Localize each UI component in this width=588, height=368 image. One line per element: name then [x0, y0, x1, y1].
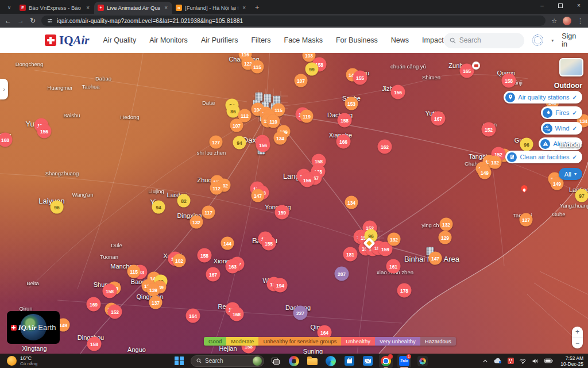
aqi-station-marker[interactable]: 164	[186, 309, 200, 323]
aqi-station-marker[interactable]: 132	[190, 216, 203, 229]
fire-marker[interactable]	[521, 185, 528, 194]
aqi-station-marker[interactable]: 129	[439, 231, 452, 244]
pinned-tray-app-icon[interactable]	[508, 358, 514, 364]
aqi-station-marker[interactable]: 107	[230, 119, 243, 132]
outlook-icon[interactable]	[361, 354, 374, 368]
aqi-station-marker[interactable]: 147	[252, 189, 265, 202]
chevron-down-icon[interactable]: ▾	[551, 38, 554, 43]
aqi-station-marker[interactable]: 153	[345, 97, 358, 110]
aqi-station-marker[interactable]: 152	[482, 122, 496, 137]
aqi-station-marker[interactable]: 144	[221, 237, 234, 250]
aqi-station-marker[interactable]: 107	[295, 74, 308, 87]
aqi-station-marker[interactable]: 127	[520, 213, 533, 227]
aqi-station-marker[interactable]: 132	[388, 233, 401, 246]
bookmark-star-icon[interactable]: ☆	[551, 17, 557, 25]
photos-icon[interactable]	[416, 354, 430, 368]
aqi-station-marker[interactable]: 166	[336, 135, 351, 149]
close-tab-icon[interactable]: ×	[85, 5, 91, 11]
aqi-station-marker[interactable]: 178	[397, 283, 412, 298]
close-tab-icon[interactable]: ×	[163, 5, 169, 11]
aqi-station-marker[interactable]: 207	[335, 267, 349, 281]
aqi-station-marker[interactable]: 159	[275, 205, 289, 220]
aqi-station-marker[interactable]: 127	[210, 136, 223, 149]
close-window-button[interactable]: ×	[570, 0, 588, 13]
nav-item[interactable]: For Business	[336, 36, 378, 44]
tab-iqair-map[interactable]: + Live Animated Air Quality Map ×	[94, 2, 172, 14]
all-filter-dropdown[interactable]: All ▾	[559, 168, 582, 180]
aqi-station-marker[interactable]: 96	[51, 201, 64, 214]
map-style-thumbnail[interactable]	[559, 58, 583, 76]
aqi-station-marker[interactable]: 161	[386, 259, 401, 274]
aqi-station-marker[interactable]: 155	[262, 236, 276, 251]
profile-avatar[interactable]	[563, 17, 571, 25]
tab-funland[interactable]: o [Funland] - Hà Nội lại tìm lịm r ×	[172, 2, 250, 14]
aqi-station-marker[interactable]: 94	[152, 201, 165, 214]
nav-item[interactable]: Air Monitors	[149, 36, 188, 44]
nav-item[interactable]: News	[391, 36, 409, 44]
aqi-station-marker[interactable]: 156	[37, 124, 52, 139]
new-tab-button[interactable]: +	[255, 3, 260, 12]
aqi-station-marker[interactable]: 147	[429, 252, 442, 265]
aqi-station-marker[interactable]: 152	[108, 305, 122, 319]
layer-toggle-building[interactable]: Clean air facilities✓	[505, 151, 582, 163]
office-hub-icon[interactable]	[287, 354, 301, 368]
aqi-station-marker[interactable]: 132	[489, 156, 502, 169]
file-explorer-icon[interactable]	[305, 354, 319, 368]
taskbar-search[interactable]: Search	[191, 355, 264, 367]
zoom-out-button[interactable]: −	[572, 338, 583, 349]
aqi-station-marker[interactable]: 158	[87, 337, 102, 351]
sign-in-button[interactable]: Sign in	[562, 32, 582, 48]
tab-vnexpress[interactable]: E Báo VnExpress - Báo tiếng Việt ×	[16, 2, 94, 14]
aqi-station-marker[interactable]: 156	[300, 173, 315, 187]
aqi-station-marker[interactable]: 134	[345, 196, 358, 209]
nav-item[interactable]: Face Masks	[284, 36, 323, 44]
site-settings-icon[interactable]	[47, 18, 53, 24]
webcam-marker[interactable]	[472, 62, 480, 70]
aqi-station-marker[interactable]: 227	[293, 306, 308, 320]
reload-button[interactable]: ↻	[30, 17, 36, 25]
aqi-station-marker[interactable]: 117	[202, 206, 215, 219]
air-quality-map[interactable]: DongchengChangpingDabaoHuangmeiTaohuaDat…	[0, 53, 588, 354]
volume-icon[interactable]	[532, 358, 539, 364]
layer-toggle-station[interactable]: Air quality stations✓	[504, 91, 582, 103]
aqi-station-marker[interactable]: 112	[210, 182, 223, 195]
wifi-icon[interactable]	[519, 358, 527, 364]
aqi-station-marker[interactable]: 139	[147, 283, 160, 297]
forward-button[interactable]: →	[17, 17, 24, 25]
aqi-station-marker[interactable]: 94	[233, 136, 246, 150]
aqi-station-marker[interactable]: 119	[300, 110, 314, 123]
minimize-button[interactable]: –	[533, 0, 551, 13]
iqair-logo[interactable]: IQAir	[45, 33, 90, 48]
battery-icon[interactable]	[544, 358, 553, 363]
zoom-in-button[interactable]: +	[572, 327, 583, 338]
browser-menu-icon[interactable]: ⋮	[577, 17, 583, 25]
aqi-station-marker[interactable]: 155	[353, 71, 368, 85]
aqi-station-marker[interactable]: 158	[338, 113, 352, 128]
maximize-button[interactable]	[551, 0, 570, 13]
aqi-station-marker[interactable]: 194	[273, 278, 288, 293]
task-view-button[interactable]	[269, 354, 283, 368]
aqi-station-marker[interactable]: 110	[267, 115, 280, 128]
tab-search-icon[interactable]: ∨	[5, 3, 14, 12]
aqi-station-marker[interactable]: 115	[127, 265, 141, 278]
aqi-station-marker[interactable]: 102	[173, 254, 186, 267]
taskbar-clock[interactable]: 7:52 AM 10-Dec-25	[558, 355, 583, 367]
microsoft-store-icon[interactable]	[342, 354, 356, 368]
aqi-station-marker[interactable]: 137	[149, 296, 163, 309]
layer-toggle-wind[interactable]: Wind✓	[541, 122, 582, 135]
aqi-station-marker[interactable]: 134	[274, 132, 287, 145]
aqi-station-marker[interactable]: 167	[206, 267, 220, 282]
aqi-station-marker[interactable]: 163	[226, 259, 240, 274]
iqair-earth-widget[interactable]: IQAir Earth	[7, 311, 60, 344]
aqi-station-marker[interactable]: 162	[378, 140, 392, 154]
aqi-station-marker[interactable]: 149	[478, 166, 492, 179]
site-search[interactable]: Search	[444, 33, 525, 48]
edge-icon[interactable]	[324, 354, 338, 368]
address-bar[interactable]: iqair.com/air-quality-map?zoomLevel=6&la…	[41, 16, 546, 26]
language-globe-icon[interactable]	[532, 34, 543, 46]
nav-item[interactable]: Air Quality	[103, 36, 137, 44]
aqi-station-marker[interactable]: 156	[256, 138, 270, 152]
aqi-station-marker[interactable]: 168	[230, 307, 244, 321]
aqi-station-marker[interactable]: 82	[177, 194, 191, 208]
aqi-station-marker[interactable]: 158	[198, 248, 212, 263]
